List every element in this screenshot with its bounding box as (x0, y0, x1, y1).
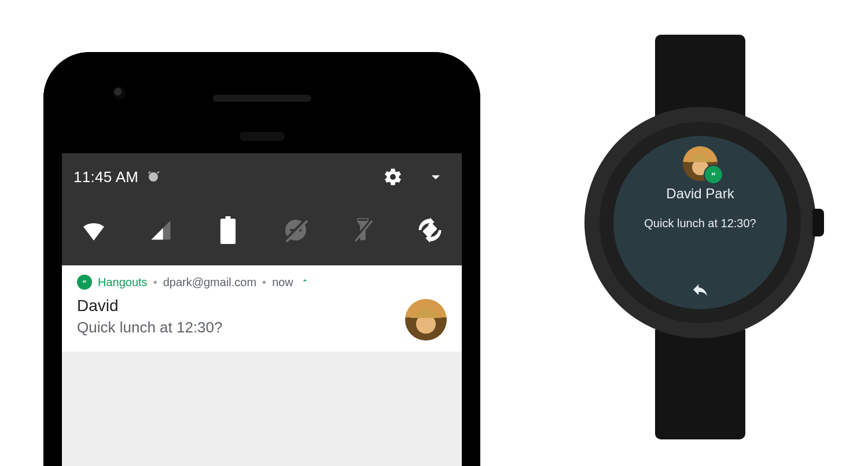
watch-crown-icon[interactable] (812, 209, 824, 236)
reply-button[interactable] (691, 280, 709, 301)
watch-screen: David Park Quick lunch at 12:30? (613, 136, 787, 309)
auto-rotate-toggle[interactable] (409, 209, 451, 252)
separator-dot-icon: • (262, 276, 266, 289)
flashlight-toggle[interactable] (341, 209, 384, 252)
notification-app-name: Hangouts (98, 276, 148, 289)
hangouts-app-icon (704, 165, 723, 184)
chevron-down-icon[interactable] (426, 167, 446, 187)
watch-body: David Park Quick lunch at 12:30? (584, 107, 816, 338)
watch-message-text: Quick lunch at 12:30? (644, 217, 756, 230)
notification-text: Quick lunch at 12:30? (77, 319, 447, 336)
shade-status-bar: 11:45 AM (62, 153, 462, 201)
notification-time: now (272, 276, 293, 289)
phone-device-frame: 11:45 AM (43, 52, 480, 466)
front-camera-icon (113, 87, 126, 99)
svg-rect-7 (422, 223, 437, 238)
battery-toggle[interactable] (207, 209, 249, 252)
notification-header: Hangouts • dpark@gmail.com • now (77, 275, 447, 290)
settings-gear-icon[interactable] (383, 167, 403, 187)
wifi-toggle[interactable] (72, 209, 115, 252)
watch-device-frame: David Park Quick lunch at 12:30? (584, 35, 816, 439)
status-time: 11:45 AM (73, 168, 138, 186)
alarm-icon (146, 170, 160, 184)
phone-screen: 11:45 AM (62, 153, 462, 466)
notification-title: David (77, 297, 447, 315)
sensor-icon (240, 132, 285, 141)
notification-shade: 11:45 AM (62, 153, 462, 265)
watch-avatar-wrap (683, 146, 718, 181)
hangouts-app-icon (77, 275, 92, 290)
collapse-chevron-up-icon[interactable] (300, 276, 310, 288)
cellular-toggle[interactable] (139, 209, 182, 252)
quick-settings-row (62, 201, 462, 265)
watch-band-icon (655, 330, 745, 439)
notification-card[interactable]: Hangouts • dpark@gmail.com • now David Q… (62, 265, 462, 352)
dnd-toggle[interactable] (274, 209, 317, 252)
watch-sender-name: David Park (666, 186, 734, 202)
notification-account: dpark@gmail.com (163, 276, 256, 289)
svg-rect-4 (358, 219, 367, 221)
sender-avatar (405, 299, 447, 341)
separator-dot-icon: • (153, 276, 157, 289)
earpiece-icon (213, 95, 311, 102)
